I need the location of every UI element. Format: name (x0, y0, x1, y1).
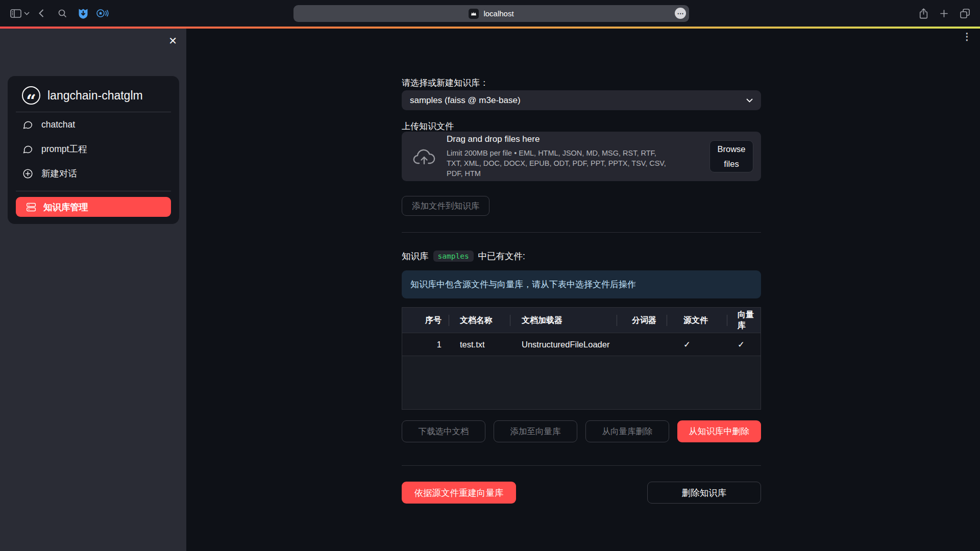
divider (402, 232, 761, 233)
upload-label: 上传知识文件 (402, 120, 454, 132)
kb-files-table[interactable]: 序号 文档名称 文档加载器 分词器 源文件 向量库 1 test.txt Uns… (402, 307, 761, 410)
url-text: localhost (483, 9, 513, 18)
plus-circle-icon (22, 168, 33, 179)
kb-files-suffix: 中已有文件: (478, 250, 525, 262)
shield-extension-icon[interactable] (78, 8, 88, 19)
sidebar-item-label: prompt工程 (41, 143, 87, 155)
cloud-upload-icon (413, 148, 435, 165)
kb-select-label: 请选择或新建知识库： (402, 77, 488, 89)
cell-source-check: ✓ (667, 340, 727, 349)
search-icon[interactable] (58, 9, 67, 18)
cell-vector-check: ✓ (727, 340, 761, 349)
toolbar-left-group (10, 0, 109, 27)
sidebar-item-prompt[interactable]: prompt工程 (8, 137, 179, 161)
kb-select-value: samples (faiss @ m3e-base) (410, 95, 521, 106)
recorder-extension-icon[interactable] (96, 9, 109, 18)
site-favicon (469, 9, 479, 19)
info-banner: 知识库中包含源文件与向量库，请从下表中选择文件后操作 (402, 270, 761, 298)
app-logo-row: “ langchain-chatglm (8, 76, 179, 112)
sidebar-item-chatchat[interactable]: chatchat (8, 112, 179, 137)
page-settings-icon[interactable]: ⋯ (675, 8, 686, 19)
delete-from-kb-button[interactable]: 从知识库中删除 (677, 420, 761, 442)
app-menu-icon[interactable]: ⋮ (962, 32, 972, 41)
sidebar-item-label: 新建对话 (41, 167, 77, 180)
app-logo-icon: “ (22, 86, 40, 105)
kb-select[interactable]: samples (faiss @ m3e-base) (402, 90, 761, 110)
kb-name-code: samples (433, 251, 474, 262)
delete-kb-button[interactable]: 删除知识库 (647, 482, 761, 504)
new-tab-icon[interactable] (940, 10, 948, 17)
col-header-loader: 文档加载器 (510, 308, 617, 333)
add-files-button[interactable]: 添加文件到知识库 (402, 196, 489, 216)
sidebar-item-label: 知识库管理 (43, 201, 88, 213)
table-header-row: 序号 文档名称 文档加载器 分词器 源文件 向量库 (402, 308, 761, 333)
tab-overview-icon[interactable] (960, 9, 970, 18)
info-text: 知识库中包含源文件与向量库，请从下表中选择文件后操作 (410, 279, 636, 290)
col-header-index: 序号 (402, 308, 449, 333)
remove-from-vector-button[interactable]: 从向量库删除 (585, 420, 669, 442)
sidebar-menu-card: “ langchain-chatglm chatchat prompt工程 (8, 76, 179, 224)
sidebar-item-kb-management[interactable]: 知识库管理 (16, 197, 171, 217)
file-dropzone[interactable]: Drag and drop files here Limit 200MB per… (402, 132, 761, 181)
toolbar-right-group (919, 0, 970, 27)
browse-files-button[interactable]: Browse files (709, 140, 753, 172)
chat-bubble-icon (22, 144, 33, 155)
stack-icon (26, 202, 36, 212)
table-action-buttons: 下载选中文档 添加至向量库 从向量库删除 从知识库中删除 (402, 420, 761, 442)
dropzone-text: Drag and drop files here Limit 200MB per… (447, 134, 671, 179)
sidebar-toggle-chevron-icon[interactable] (24, 12, 30, 15)
app-title: langchain-chatglm (47, 89, 143, 103)
sidebar-toggle-icon[interactable] (10, 9, 21, 18)
kb-files-line: 知识库 samples 中已有文件: (402, 250, 525, 262)
share-icon[interactable] (919, 8, 928, 19)
kb-files-prefix: 知识库 (402, 250, 429, 262)
download-selected-button[interactable]: 下载选中文档 (402, 420, 485, 442)
cell-loader: UnstructuredFileLoader (510, 340, 617, 349)
sidebar-item-label: chatchat (41, 119, 75, 130)
col-header-splitter: 分词器 (617, 308, 667, 333)
col-header-name: 文档名称 (449, 308, 510, 333)
chat-bubble-icon (22, 119, 33, 130)
divider (402, 465, 761, 466)
add-to-vector-button[interactable]: 添加至向量库 (494, 420, 577, 442)
rebuild-vector-store-button[interactable]: 依据源文件重建向量库 (402, 482, 516, 504)
sidebar-item-new-dialog[interactable]: 新建对话 (8, 161, 179, 186)
address-bar[interactable]: localhost ⋯ (293, 5, 689, 22)
table-row[interactable]: 1 test.txt UnstructuredFileLoader ✓ ✓ (402, 333, 761, 356)
back-icon[interactable] (39, 9, 44, 17)
sidebar-divider (16, 191, 171, 191)
browser-toolbar: localhost ⋯ (0, 0, 980, 27)
dropzone-limit: Limit 200MB per file • EML, HTML, JSON, … (447, 148, 671, 179)
sidebar-close-icon[interactable]: ✕ (168, 35, 177, 47)
sidebar: ✕ “ langchain-chatglm chatchat prompt工程 (0, 29, 186, 551)
cell-index: 1 (402, 340, 449, 349)
col-header-source: 源文件 (667, 308, 727, 333)
chevron-down-icon (746, 98, 753, 103)
dropzone-title: Drag and drop files here (447, 134, 671, 144)
cell-name: test.txt (449, 340, 510, 349)
col-header-vector: 向量库 (727, 308, 761, 333)
